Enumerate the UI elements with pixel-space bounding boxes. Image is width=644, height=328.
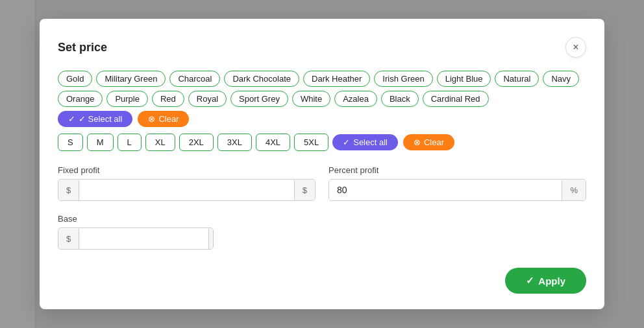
color-tag-cardinal-red[interactable]: Cardinal Red [423,91,489,107]
size-action-buttons: ✓ Select all ⊗ Clear [332,134,454,151]
set-price-modal: Set price × Gold Military Green Charcoal… [40,19,604,309]
size-tag-l[interactable]: L [118,134,142,151]
size-tags-container: S M L XL 2XL 3XL 4XL 5XL ✓ Select all ⊗ … [58,134,586,151]
color-clear-label: Clear [158,114,179,124]
profit-fields-row: Fixed profit $ $ Percent profit % [58,165,586,201]
color-tag-azalea[interactable]: Azalea [334,91,377,107]
size-select-all-label: Select all [353,137,388,147]
size-tag-xl[interactable]: XL [145,134,175,151]
percent-profit-input[interactable] [329,180,562,200]
base-input-wrapper: $ $ [58,228,214,250]
size-tag-s[interactable]: S [58,134,83,151]
color-tag-white[interactable]: White [292,91,330,107]
base-input[interactable] [79,228,208,249]
color-tag-dark-heather[interactable]: Dark Heather [303,71,370,87]
fixed-profit-input[interactable] [79,180,294,200]
size-select-all-button[interactable]: ✓ Select all [332,134,398,150]
color-tag-red[interactable]: Red [152,91,184,107]
size-clear-label: Clear [424,137,444,147]
percent-profit-label: Percent profit [328,165,586,175]
color-tag-purple[interactable]: Purple [106,91,148,107]
modal-header: Set price × [58,37,586,58]
apply-label: Apply [538,275,565,287]
size-tag-m[interactable]: M [87,134,114,151]
color-select-all-label: ✓ Select all [79,114,122,124]
base-label: Base [58,214,214,224]
fixed-profit-group: Fixed profit $ $ [58,165,316,201]
base-suffix: $ [208,229,214,249]
apply-button[interactable]: ✓ Apply [505,268,586,294]
color-tags-container: Gold Military Green Charcoal Dark Chocol… [58,71,586,127]
color-clear-icon: ⊗ [148,114,155,124]
color-tag-gold[interactable]: Gold [58,71,92,87]
base-section: Base $ $ [58,214,586,250]
size-tag-3xl[interactable]: 3XL [217,134,252,151]
color-tag-irish-green[interactable]: Irish Green [374,71,432,87]
color-tag-navy[interactable]: Navy [543,71,579,87]
apply-check-icon: ✓ [526,275,534,287]
base-group: Base $ $ [58,214,214,250]
color-select-all-button[interactable]: ✓ ✓ Select all [58,111,132,127]
modal-footer: ✓ Apply [58,268,586,294]
color-tag-black[interactable]: Black [381,91,419,107]
color-tag-military-green[interactable]: Military Green [96,71,166,87]
color-clear-button[interactable]: ⊗ Clear [138,111,189,127]
close-button[interactable]: × [565,37,586,58]
percent-profit-input-wrapper: % [328,179,586,201]
size-select-all-check-icon: ✓ [343,137,350,147]
fixed-profit-suffix: $ [294,180,315,200]
color-tag-orange[interactable]: Orange [58,91,103,107]
base-prefix: $ [58,229,79,249]
size-tag-2xl[interactable]: 2XL [179,134,214,151]
color-action-buttons: ✓ ✓ Select all ⊗ Clear [58,111,189,127]
color-select-all-check-icon: ✓ [68,114,75,124]
color-tag-royal[interactable]: Royal [188,91,227,107]
size-tag-4xl[interactable]: 4XL [256,134,290,151]
size-clear-button[interactable]: ⊗ Clear [403,134,454,150]
color-tag-charcoal[interactable]: Charcoal [169,71,220,87]
color-tag-natural[interactable]: Natural [495,71,539,87]
fixed-profit-input-wrapper: $ $ [58,179,316,201]
fixed-profit-prefix: $ [58,180,79,200]
color-tag-dark-chocolate[interactable]: Dark Chocolate [224,71,299,87]
size-tag-5xl[interactable]: 5XL [294,134,328,151]
modal-title: Set price [58,41,107,54]
color-tag-sport-grey[interactable]: Sport Grey [230,91,288,107]
percent-profit-suffix: % [562,180,586,200]
size-clear-icon: ⊗ [414,137,421,147]
color-tag-light-blue[interactable]: Light Blue [437,71,491,87]
fixed-profit-label: Fixed profit [58,165,316,175]
percent-profit-group: Percent profit % [328,165,586,201]
